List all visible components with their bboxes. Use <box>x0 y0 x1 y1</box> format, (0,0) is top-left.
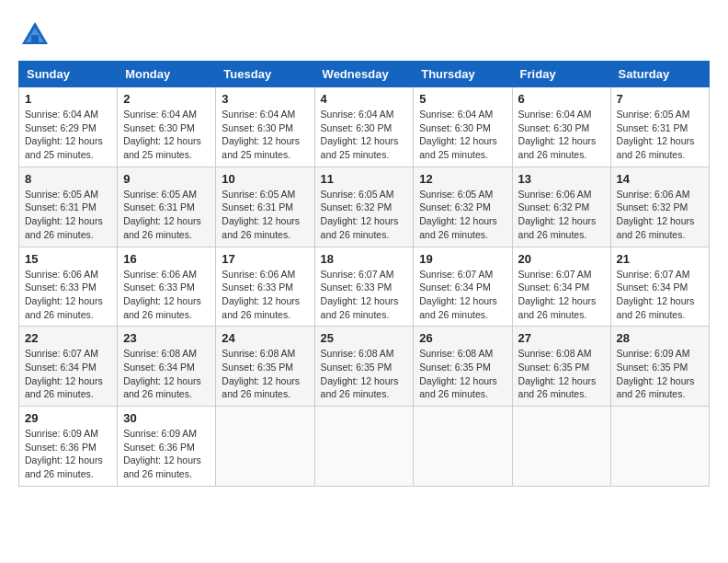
day-info: Sunrise: 6:09 AMSunset: 6:35 PMDaylight:… <box>617 347 703 401</box>
logo-icon <box>18 18 51 52</box>
table-row: 6 Sunrise: 6:04 AMSunset: 6:30 PMDayligh… <box>512 87 610 167</box>
day-info: Sunrise: 6:05 AMSunset: 6:31 PMDaylight:… <box>617 108 703 162</box>
day-info: Sunrise: 6:06 AMSunset: 6:33 PMDaylight:… <box>222 268 308 322</box>
table-row: 29 Sunrise: 6:09 AMSunset: 6:36 PMDaylig… <box>19 407 118 487</box>
calendar-week-row: 15 Sunrise: 6:06 AMSunset: 6:33 PMDaylig… <box>19 247 710 327</box>
day-number: 1 <box>25 92 111 106</box>
table-row: 4 Sunrise: 6:04 AMSunset: 6:30 PMDayligh… <box>314 87 414 167</box>
day-info: Sunrise: 6:05 AMSunset: 6:32 PMDaylight:… <box>419 188 506 242</box>
table-row: 26 Sunrise: 6:08 AMSunset: 6:35 PMDaylig… <box>414 327 512 407</box>
day-number: 20 <box>518 252 605 266</box>
day-number: 12 <box>419 172 506 186</box>
day-info: Sunrise: 6:09 AMSunset: 6:36 PMDaylight:… <box>123 427 210 481</box>
table-row: 24 Sunrise: 6:08 AMSunset: 6:35 PMDaylig… <box>216 327 314 407</box>
day-info: Sunrise: 6:06 AMSunset: 6:32 PMDaylight:… <box>617 188 703 242</box>
table-row: 8 Sunrise: 6:05 AMSunset: 6:31 PMDayligh… <box>19 167 118 247</box>
calendar-week-row: 29 Sunrise: 6:09 AMSunset: 6:36 PMDaylig… <box>19 407 710 487</box>
day-number: 7 <box>617 92 703 106</box>
table-row <box>512 407 610 487</box>
day-info: Sunrise: 6:08 AMSunset: 6:35 PMDaylight:… <box>419 347 506 401</box>
col-sunday: Sunday <box>19 62 118 87</box>
table-row: 18 Sunrise: 6:07 AMSunset: 6:33 PMDaylig… <box>314 247 414 327</box>
day-number: 21 <box>617 252 703 266</box>
day-info: Sunrise: 6:07 AMSunset: 6:34 PMDaylight:… <box>419 268 506 322</box>
day-info: Sunrise: 6:07 AMSunset: 6:33 PMDaylight:… <box>321 268 408 322</box>
table-row: 2 Sunrise: 6:04 AMSunset: 6:30 PMDayligh… <box>118 87 216 167</box>
day-number: 13 <box>518 172 605 186</box>
table-row: 9 Sunrise: 6:05 AMSunset: 6:31 PMDayligh… <box>118 167 216 247</box>
table-row: 16 Sunrise: 6:06 AMSunset: 6:33 PMDaylig… <box>118 247 216 327</box>
table-row <box>314 407 414 487</box>
day-number: 6 <box>518 92 605 106</box>
table-row: 12 Sunrise: 6:05 AMSunset: 6:32 PMDaylig… <box>414 167 512 247</box>
table-row: 25 Sunrise: 6:08 AMSunset: 6:35 PMDaylig… <box>314 327 414 407</box>
day-info: Sunrise: 6:05 AMSunset: 6:31 PMDaylight:… <box>25 188 111 242</box>
col-saturday: Saturday <box>610 62 709 87</box>
day-info: Sunrise: 6:06 AMSunset: 6:32 PMDaylight:… <box>518 188 605 242</box>
day-info: Sunrise: 6:06 AMSunset: 6:33 PMDaylight:… <box>25 268 111 322</box>
col-monday: Monday <box>118 62 216 87</box>
svg-rect-2 <box>31 35 39 44</box>
day-info: Sunrise: 6:04 AMSunset: 6:29 PMDaylight:… <box>25 108 111 162</box>
day-info: Sunrise: 6:07 AMSunset: 6:34 PMDaylight:… <box>617 268 703 322</box>
day-number: 3 <box>222 92 308 106</box>
day-number: 9 <box>123 172 210 186</box>
table-row: 17 Sunrise: 6:06 AMSunset: 6:33 PMDaylig… <box>216 247 314 327</box>
day-number: 28 <box>617 331 703 345</box>
table-row: 7 Sunrise: 6:05 AMSunset: 6:31 PMDayligh… <box>610 87 709 167</box>
day-info: Sunrise: 6:08 AMSunset: 6:35 PMDaylight:… <box>222 347 308 401</box>
day-number: 17 <box>222 252 308 266</box>
day-info: Sunrise: 6:05 AMSunset: 6:31 PMDaylight:… <box>222 188 308 242</box>
day-info: Sunrise: 6:04 AMSunset: 6:30 PMDaylight:… <box>518 108 605 162</box>
table-row: 1 Sunrise: 6:04 AMSunset: 6:29 PMDayligh… <box>19 87 118 167</box>
day-number: 10 <box>222 172 308 186</box>
day-info: Sunrise: 6:05 AMSunset: 6:31 PMDaylight:… <box>123 188 210 242</box>
day-number: 18 <box>321 252 408 266</box>
col-thursday: Thursday <box>414 62 512 87</box>
calendar: Sunday Monday Tuesday Wednesday Thursday… <box>18 61 710 487</box>
day-number: 24 <box>222 331 308 345</box>
day-info: Sunrise: 6:08 AMSunset: 6:35 PMDaylight:… <box>518 347 605 401</box>
calendar-week-row: 8 Sunrise: 6:05 AMSunset: 6:31 PMDayligh… <box>19 167 710 247</box>
day-info: Sunrise: 6:07 AMSunset: 6:34 PMDaylight:… <box>25 347 111 401</box>
day-info: Sunrise: 6:04 AMSunset: 6:30 PMDaylight:… <box>222 108 308 162</box>
calendar-week-row: 1 Sunrise: 6:04 AMSunset: 6:29 PMDayligh… <box>19 87 710 167</box>
day-number: 22 <box>25 331 111 345</box>
day-info: Sunrise: 6:04 AMSunset: 6:30 PMDaylight:… <box>419 108 506 162</box>
header <box>18 18 710 52</box>
table-row: 28 Sunrise: 6:09 AMSunset: 6:35 PMDaylig… <box>610 327 709 407</box>
table-row: 11 Sunrise: 6:05 AMSunset: 6:32 PMDaylig… <box>314 167 414 247</box>
day-info: Sunrise: 6:04 AMSunset: 6:30 PMDaylight:… <box>123 108 210 162</box>
day-info: Sunrise: 6:06 AMSunset: 6:33 PMDaylight:… <box>123 268 210 322</box>
day-number: 25 <box>321 331 408 345</box>
day-number: 2 <box>123 92 210 106</box>
day-info: Sunrise: 6:05 AMSunset: 6:32 PMDaylight:… <box>321 188 408 242</box>
table-row: 5 Sunrise: 6:04 AMSunset: 6:30 PMDayligh… <box>414 87 512 167</box>
day-number: 16 <box>123 252 210 266</box>
table-row: 20 Sunrise: 6:07 AMSunset: 6:34 PMDaylig… <box>512 247 610 327</box>
col-friday: Friday <box>512 62 610 87</box>
day-number: 30 <box>123 411 210 425</box>
table-row: 21 Sunrise: 6:07 AMSunset: 6:34 PMDaylig… <box>610 247 709 327</box>
col-tuesday: Tuesday <box>216 62 314 87</box>
day-number: 19 <box>419 252 506 266</box>
calendar-week-row: 22 Sunrise: 6:07 AMSunset: 6:34 PMDaylig… <box>19 327 710 407</box>
day-number: 29 <box>25 411 111 425</box>
table-row: 23 Sunrise: 6:08 AMSunset: 6:34 PMDaylig… <box>118 327 216 407</box>
table-row: 3 Sunrise: 6:04 AMSunset: 6:30 PMDayligh… <box>216 87 314 167</box>
table-row: 30 Sunrise: 6:09 AMSunset: 6:36 PMDaylig… <box>118 407 216 487</box>
table-row: 10 Sunrise: 6:05 AMSunset: 6:31 PMDaylig… <box>216 167 314 247</box>
day-number: 15 <box>25 252 111 266</box>
day-number: 5 <box>419 92 506 106</box>
table-row <box>216 407 314 487</box>
table-row: 15 Sunrise: 6:06 AMSunset: 6:33 PMDaylig… <box>19 247 118 327</box>
day-number: 4 <box>321 92 408 106</box>
day-info: Sunrise: 6:08 AMSunset: 6:35 PMDaylight:… <box>321 347 408 401</box>
table-row: 19 Sunrise: 6:07 AMSunset: 6:34 PMDaylig… <box>414 247 512 327</box>
table-row <box>414 407 512 487</box>
table-row: 27 Sunrise: 6:08 AMSunset: 6:35 PMDaylig… <box>512 327 610 407</box>
day-number: 11 <box>321 172 408 186</box>
calendar-header-row: Sunday Monday Tuesday Wednesday Thursday… <box>19 62 710 87</box>
day-number: 14 <box>617 172 703 186</box>
day-number: 27 <box>518 331 605 345</box>
